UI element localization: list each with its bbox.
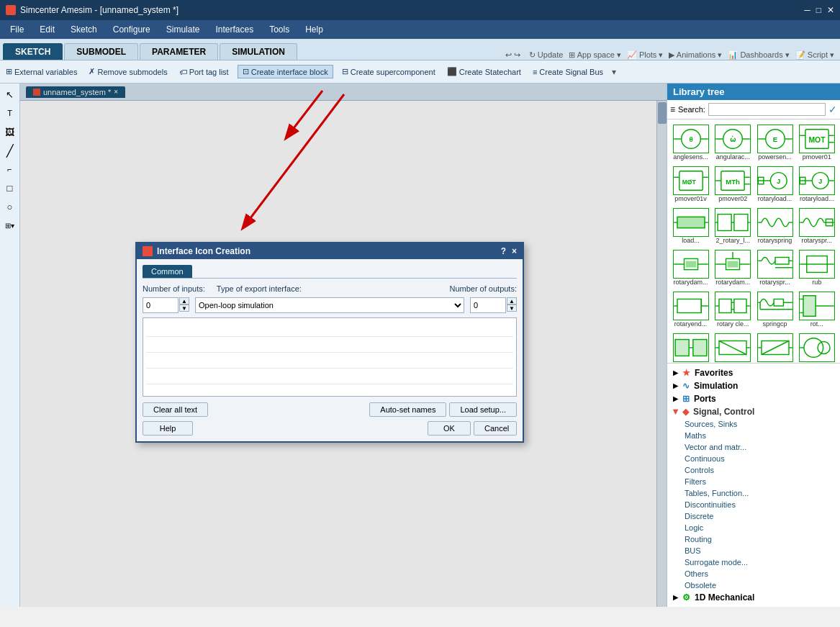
text-row-2[interactable] <box>146 337 513 353</box>
lib-item-anglesens[interactable]: θ anglesens... <box>670 122 711 163</box>
dialog-tab-common[interactable]: Common <box>143 265 192 278</box>
tree-section-thermal[interactable]: ▶ ♨ Thermal <box>667 604 840 607</box>
lib-item-pmover02[interactable]: MTh pmover02 <box>713 164 753 204</box>
menu-file[interactable]: File <box>3 23 31 36</box>
menu-help[interactable]: Help <box>298 23 330 36</box>
menu-sketch[interactable]: Sketch <box>63 23 104 36</box>
polyline-tool[interactable]: ⌐ <box>2 161 18 177</box>
menu-edit[interactable]: Edit <box>32 23 62 36</box>
tree-section-signal-control[interactable]: ▶ ◆ Signal, Control <box>667 405 840 418</box>
create-statechart-btn[interactable]: ⬛ Create Statechart <box>444 66 524 78</box>
lib-item-ector[interactable]: ector <box>797 331 837 363</box>
tree-sub-others[interactable]: Others <box>667 568 840 579</box>
lib-item-rotaryspring[interactable]: rotaryspring <box>754 206 795 246</box>
search-check-icon[interactable]: ✓ <box>828 104 837 115</box>
lib-item-rotarydam2[interactable]: rotarydam... <box>713 248 753 288</box>
tree-section-favorites[interactable]: ▶ ★ Favorites <box>667 366 840 379</box>
tree-sub-discontinuities[interactable]: Discontinuities <box>667 499 840 510</box>
lib-icon-rotarycle <box>715 292 751 320</box>
lib-item-rotaryspr2[interactable]: rotaryspr... <box>754 248 795 288</box>
text-tool[interactable]: T <box>2 105 18 121</box>
tree-sub-discrete[interactable]: Discrete <box>667 510 840 522</box>
tree-sub-logic[interactable]: Logic <box>667 522 840 533</box>
tree-section-1d-mechanical[interactable]: ▶ ⚙ 1D Mechanical <box>667 591 840 604</box>
menu-interfaces[interactable]: Interfaces <box>208 23 261 36</box>
create-signal-bus-btn[interactable]: ≡ Create Signal Bus <box>530 66 606 78</box>
ellipse-tool[interactable]: ○ <box>2 199 18 215</box>
lib-item-2rotary[interactable]: 2_rotary_l... <box>713 206 753 246</box>
tree-sub-obsolete[interactable]: Obsolete <box>667 579 840 591</box>
text-row-1[interactable] <box>146 321 513 337</box>
tree-sub-surrogate[interactable]: Surrogate mode... <box>667 556 840 568</box>
lib-item-angularac[interactable]: ω̇ angularac... <box>713 122 753 163</box>
cancel-btn[interactable]: Cancel <box>474 421 517 436</box>
create-interface-block-btn[interactable]: ⊡ Create interface block <box>238 65 333 78</box>
menu-configure[interactable]: Configure <box>106 23 158 36</box>
lib-item-pmover01v[interactable]: MØT pmover01v <box>670 164 711 204</box>
export-type-select[interactable]: Open-loop simulationClosed-loop simulati… <box>195 297 464 313</box>
lib-item-karnopR1[interactable]: karnopR1 <box>713 331 753 363</box>
lib-item-load[interactable]: load... <box>670 206 711 246</box>
lib-item-2partsrot[interactable]: 2parts rot... <box>670 331 711 363</box>
num-inputs-up[interactable]: ▲ <box>179 297 189 305</box>
lib-item-rotarycle[interactable]: rotary cle... <box>713 289 753 330</box>
lib-item-rotaryload1[interactable]: J rotaryload... <box>754 164 795 204</box>
lib-item-powersen[interactable]: E powersen... <box>754 122 795 163</box>
tree-sub-vector[interactable]: Vector and matr... <box>667 441 840 453</box>
external-variables-btn[interactable]: ⊞ External variables <box>3 66 80 78</box>
tree-sub-bus[interactable]: BUS <box>667 545 840 556</box>
tree-sub-tables[interactable]: Tables, Function... <box>667 487 840 499</box>
lib-item-pmover01[interactable]: MOT pmover01 <box>797 122 837 163</box>
combo-tool[interactable]: ⊞▾ <box>2 217 18 233</box>
lib-item-rotaryload2[interactable]: J rotaryload... <box>797 164 837 204</box>
tree-sub-maths[interactable]: Maths <box>667 430 840 441</box>
tree-sub-sources-sinks[interactable]: Sources, Sinks <box>667 418 840 430</box>
lib-item-springcp[interactable]: springcp <box>754 289 795 330</box>
maximize-btn[interactable]: □ <box>816 5 821 15</box>
search-input[interactable] <box>708 103 826 116</box>
lib-item-rub[interactable]: rub <box>797 248 837 288</box>
tree-sub-controls[interactable]: Controls <box>667 464 840 476</box>
minimize-btn[interactable]: ─ <box>804 5 810 15</box>
tree-sub-continuous[interactable]: Continuous <box>667 453 840 464</box>
menu-simulate[interactable]: Simulate <box>159 23 207 36</box>
dialog-close-btn[interactable]: × <box>512 246 517 256</box>
lib-item-rotaryend[interactable]: rotaryend... <box>670 289 711 330</box>
clear-all-text-btn[interactable]: Clear all text <box>143 402 208 417</box>
num-outputs-input[interactable] <box>470 297 506 313</box>
load-setup-btn[interactable]: Load setup... <box>449 402 517 417</box>
lib-item-rot[interactable]: rot... <box>797 289 837 330</box>
tab-parameter[interactable]: PARAMETER <box>140 43 218 60</box>
menu-tools[interactable]: Tools <box>262 23 297 36</box>
tab-simulation[interactable]: SIMULATION <box>220 43 297 60</box>
port-tag-list-btn[interactable]: 🏷 Port tag list <box>176 66 232 78</box>
auto-set-names-btn[interactable]: Auto-set names <box>369 402 446 417</box>
help-btn[interactable]: Help <box>143 421 193 436</box>
tree-sub-filters[interactable]: Filters <box>667 476 840 487</box>
remove-submodels-btn[interactable]: ✗ Remove submodels <box>86 66 170 78</box>
tree-section-ports[interactable]: ▶ ⊞ Ports <box>667 392 840 405</box>
tree-section-simulation[interactable]: ▶ ∿ Simulation <box>667 379 840 392</box>
text-row-3[interactable] <box>146 353 513 369</box>
tree-sub-routing[interactable]: Routing <box>667 533 840 545</box>
cursor-tool[interactable]: ↖ <box>2 86 18 102</box>
num-outputs-down[interactable]: ▼ <box>507 305 517 312</box>
num-inputs-down[interactable]: ▼ <box>179 305 189 312</box>
tab-submodel[interactable]: SUBMODEL <box>64 43 138 60</box>
lib-item-rotarydam1[interactable]: rotarydam... <box>670 248 711 288</box>
num-inputs-input[interactable] <box>143 297 179 313</box>
ok-btn[interactable]: OK <box>428 421 471 436</box>
image-tool[interactable]: 🖼 <box>2 124 18 140</box>
dialog-help-btn[interactable]: ? <box>501 246 506 256</box>
lib-item-rotaryspr1[interactable]: rotaryspr... <box>797 206 837 246</box>
lib-item-karnopR2[interactable]: karnopR2 <box>754 331 795 363</box>
rect-tool[interactable]: □ <box>2 180 18 196</box>
create-supercomponent-btn[interactable]: ⊟ Create supercomponent <box>339 66 438 78</box>
text-row-5[interactable] <box>146 384 513 397</box>
close-btn[interactable]: ✕ <box>827 5 834 15</box>
text-row-4[interactable] <box>146 369 513 384</box>
more-actions-btn[interactable]: ▾ <box>612 67 616 77</box>
num-outputs-up[interactable]: ▲ <box>507 297 517 305</box>
line-tool[interactable]: ╱ <box>2 143 18 158</box>
tab-sketch[interactable]: SKETCH <box>3 43 63 60</box>
